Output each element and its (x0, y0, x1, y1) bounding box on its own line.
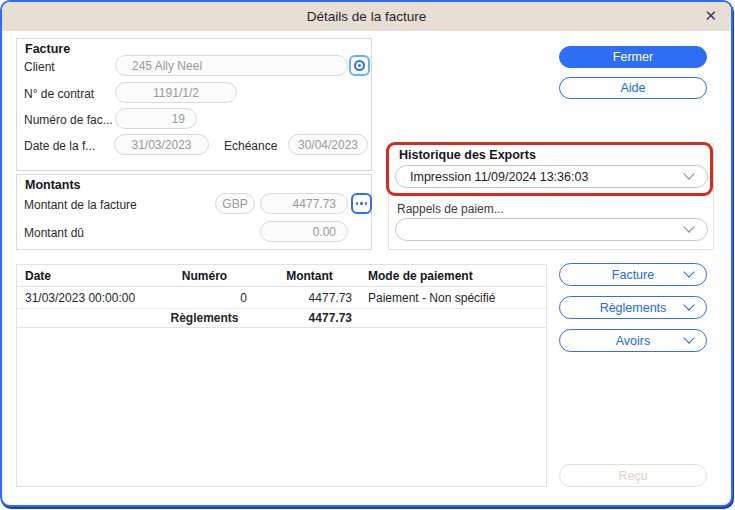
col-header-numero: Numéro (152, 269, 257, 283)
cell-date: 31/03/2023 00:00:00 (17, 291, 152, 305)
montants-group-title: Montants (25, 178, 81, 192)
numero-facture-label: Numéro de fac... (24, 113, 113, 127)
invoice-details-dialog: Détails de la facture ✕ Facture Client 2… (0, 0, 733, 507)
avoirs-button-label: Avoirs (616, 334, 651, 348)
chevron-down-icon (683, 266, 694, 277)
payments-table: Date Numéro Montant Mode de paiement 31/… (16, 264, 547, 487)
table-row[interactable]: 31/03/2023 00:00:00 0 4477.73 Paiement -… (17, 287, 546, 309)
chevron-down-icon (683, 221, 694, 232)
cell-mode: Paiement - Non spécifié (362, 291, 546, 305)
echeance-label: Echéance (224, 139, 277, 153)
aide-button[interactable]: Aide (559, 77, 707, 99)
client-label: Client (24, 60, 55, 74)
client-field[interactable]: 245 Ally Neel (115, 55, 348, 76)
close-icon[interactable]: ✕ (704, 7, 717, 25)
facture-button[interactable]: Facture (559, 263, 707, 286)
table-total-row: Règlements 4477.73 (17, 309, 546, 328)
chevron-down-icon (683, 168, 694, 179)
dialog-title: Détails de la facture (307, 9, 426, 24)
total-label: Règlements (152, 311, 257, 325)
client-lookup-icon[interactable] (349, 55, 370, 76)
ellipsis-icon[interactable] (351, 193, 372, 214)
contrat-field[interactable]: 1191/1/2 (115, 82, 237, 103)
reglements-button-label: Règlements (600, 301, 667, 315)
currency-field[interactable]: GBP (215, 193, 255, 214)
rappels-label: Rappels de paiem... (397, 202, 504, 216)
date-facture-field[interactable]: 31/03/2023 (114, 134, 209, 155)
montant-facture-label: Montant de la facture (24, 198, 137, 212)
montant-du-field[interactable]: 0.00 (260, 221, 348, 242)
col-header-date: Date (17, 269, 152, 283)
historique-exports-dropdown[interactable]: Impression 11/09/2024 13:36:03 (395, 165, 708, 188)
numero-facture-field[interactable]: 19 (115, 108, 197, 129)
cell-montant: 4477.73 (257, 291, 362, 305)
montant-du-label: Montant dû (24, 226, 84, 240)
total-value: 4477.73 (257, 311, 362, 325)
facture-button-label: Facture (612, 268, 654, 282)
chevron-down-icon (683, 299, 694, 310)
avoirs-button[interactable]: Avoirs (559, 329, 707, 352)
historique-exports-label: Historique des Exports (399, 148, 536, 162)
col-header-mode: Mode de paiement (362, 269, 546, 283)
recu-button: Reçu (559, 464, 707, 487)
target-dot (358, 64, 361, 67)
echeance-field[interactable]: 30/04/2023 (288, 134, 368, 155)
target-ring (354, 60, 365, 71)
cell-numero: 0 (152, 291, 257, 305)
col-header-montant: Montant (257, 269, 362, 283)
facture-group-title: Facture (25, 42, 70, 56)
rappels-dropdown[interactable] (395, 218, 708, 241)
reglements-button[interactable]: Règlements (559, 296, 707, 319)
contrat-label: N° de contrat (24, 87, 94, 101)
fermer-button[interactable]: Fermer (559, 46, 707, 68)
titlebar: Détails de la facture ✕ (2, 2, 731, 31)
chevron-down-icon (683, 332, 694, 343)
historique-exports-value: Impression 11/09/2024 13:36:03 (410, 170, 588, 184)
table-header-row: Date Numéro Montant Mode de paiement (17, 265, 546, 287)
date-facture-label: Date de la f... (24, 139, 95, 153)
montant-facture-field[interactable]: 4477.73 (260, 193, 348, 214)
